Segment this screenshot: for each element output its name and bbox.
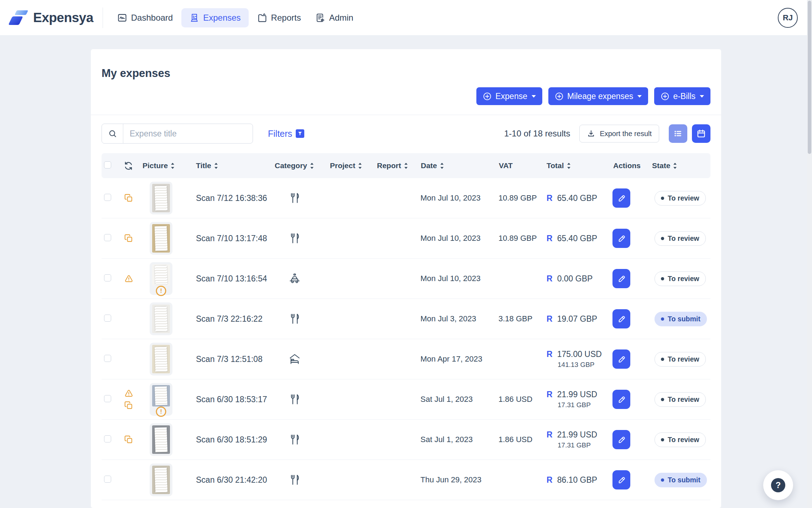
- list-view-toggle[interactable]: [669, 124, 687, 143]
- state-label: To submit: [668, 476, 700, 484]
- row-checkbox[interactable]: [104, 315, 111, 322]
- total-primary: 175.00 USD: [557, 349, 602, 359]
- state-badge: To review: [655, 231, 706, 246]
- calendar-view-toggle[interactable]: [692, 124, 710, 143]
- column-header-total[interactable]: Total: [547, 161, 571, 170]
- nav-item-reports[interactable]: Reports: [252, 8, 307, 27]
- receipt-photo: [152, 224, 170, 253]
- expense-total: R 65.40 GBP: [547, 234, 612, 243]
- edit-button[interactable]: [612, 470, 630, 489]
- receipt-thumbnail[interactable]: !: [150, 262, 172, 295]
- list-icon: [673, 129, 683, 139]
- nav-item-dashboard[interactable]: Dashboard: [112, 8, 179, 27]
- caret-down-icon: [637, 95, 642, 98]
- receipt-thumbnail[interactable]: !: [150, 383, 172, 416]
- state-badge: To review: [655, 432, 706, 447]
- column-header-project[interactable]: Project: [330, 161, 362, 170]
- column-header-report[interactable]: Report: [377, 161, 408, 170]
- add-expense-button[interactable]: Expense: [476, 87, 542, 105]
- receipt-thumbnail[interactable]: [150, 182, 172, 214]
- total-primary: 65.40 GBP: [557, 193, 598, 203]
- expense-date: Sat Jul 1, 2023: [420, 395, 498, 404]
- export-result-button[interactable]: Export the result: [579, 125, 659, 142]
- export-label: Export the result: [600, 130, 652, 138]
- receipt-paper: [155, 306, 167, 331]
- plus-circle-icon: [483, 92, 492, 101]
- column-header-category[interactable]: Category: [275, 161, 314, 170]
- expense-vat: 1.86 USD: [498, 395, 547, 404]
- receipt-thumbnail[interactable]: [150, 423, 172, 456]
- state-badge: To review: [655, 191, 706, 206]
- receipt-thumbnail[interactable]: [150, 343, 172, 375]
- expense-title: Scan 6/30 18:51:29: [184, 435, 271, 445]
- table-row[interactable]: Scan 7/12 16:38:36 Mon Jul 10, 2023 10.8…: [102, 178, 710, 218]
- results-count: 1-10 of 18 results: [504, 129, 570, 139]
- taxi-category-icon: [289, 273, 301, 285]
- edit-button[interactable]: [612, 309, 630, 328]
- column-header-title[interactable]: Title: [196, 161, 218, 170]
- select-all-checkbox[interactable]: [104, 161, 111, 169]
- total-secondary: 141.13 GBP: [558, 361, 612, 369]
- row-checkbox[interactable]: [104, 274, 111, 281]
- expense-total: R 86.10 GBP: [547, 475, 612, 485]
- status-dot: [661, 398, 664, 401]
- table-toolbar: Filters 1-10 of 18 results Export the re…: [102, 124, 710, 144]
- row-checkbox[interactable]: [104, 435, 111, 442]
- row-checkbox[interactable]: [104, 355, 111, 362]
- edit-button[interactable]: [612, 430, 630, 449]
- receipt-photo: [152, 466, 170, 494]
- row-checkbox[interactable]: [104, 476, 111, 483]
- edit-button[interactable]: [612, 349, 630, 369]
- pencil-icon: [617, 274, 626, 284]
- filters-link[interactable]: Filters: [268, 129, 304, 139]
- restaurant-category-icon: [289, 313, 301, 325]
- receipt-thumbnail[interactable]: [150, 463, 172, 496]
- search-input[interactable]: [123, 124, 253, 143]
- nav-item-admin[interactable]: Admin: [310, 8, 359, 27]
- help-button[interactable]: ?: [763, 470, 793, 500]
- column-header-state[interactable]: State: [652, 161, 677, 170]
- expense-date: Mon Jul 3, 2023: [420, 314, 498, 323]
- table-row[interactable]: ! Scan 7/10 13:16:54 Mon Jul 10, 2023 R …: [102, 259, 710, 299]
- plus-circle-icon: [661, 92, 669, 101]
- user-avatar[interactable]: RJ: [778, 8, 798, 28]
- table-row[interactable]: ! Scan 6/30 18:53:17 Sat Jul 1, 2023 1.8…: [102, 379, 710, 420]
- edit-button[interactable]: [612, 188, 630, 208]
- receipt-paper: [155, 226, 167, 251]
- edit-button[interactable]: [612, 229, 630, 248]
- row-checkbox[interactable]: [104, 234, 111, 241]
- status-dot: [661, 438, 664, 441]
- add-ebills-button[interactable]: e-Bills: [654, 87, 710, 105]
- status-dot: [661, 197, 664, 200]
- add-mileage-expenses-button[interactable]: Mileage expenses: [548, 87, 648, 105]
- expense-date: Mon Jul 10, 2023: [420, 234, 498, 243]
- edit-button[interactable]: [612, 269, 630, 288]
- edit-button[interactable]: [612, 390, 630, 409]
- state-badge: To review: [655, 392, 706, 407]
- expense-date: Thu Jun 29, 2023: [420, 475, 498, 484]
- row-checkbox[interactable]: [104, 395, 111, 402]
- search-icon[interactable]: [102, 124, 123, 143]
- receipt-thumbnail[interactable]: [150, 302, 172, 335]
- refresh-icon[interactable]: [124, 161, 133, 171]
- table-row[interactable]: Scan 7/3 22:16:22 Mon Jul 3, 2023 3.18 G…: [102, 299, 710, 339]
- row-checkbox[interactable]: [104, 194, 111, 201]
- column-header-date[interactable]: Date: [421, 161, 444, 170]
- table-row[interactable]: Scan 7/10 13:17:48 Mon Jul 10, 2023 10.8…: [102, 218, 710, 259]
- restaurant-category-icon: [289, 474, 301, 486]
- brand-logo[interactable]: Expensya: [9, 9, 93, 26]
- table-row[interactable]: Scan 7/3 12:51:08 Mon Apr 17, 2023 R 175…: [102, 339, 710, 379]
- hotel-category-icon: [289, 353, 301, 365]
- pencil-icon: [617, 395, 626, 404]
- column-header-picture[interactable]: Picture: [143, 161, 175, 170]
- expenses-table: Picture Title Category Project Report Da…: [102, 153, 710, 500]
- nav-item-expenses[interactable]: $ Expenses: [181, 8, 248, 27]
- receipt-indicator: R: [547, 430, 553, 440]
- table-row[interactable]: Scan 6/30 21:42:20 Thu Jun 29, 2023 R 86…: [102, 460, 710, 500]
- receipt-thumbnail[interactable]: [150, 222, 172, 255]
- column-header-actions: Actions: [613, 161, 641, 170]
- table-row[interactable]: Scan 6/30 18:51:29 Sat Jul 1, 2023 1.86 …: [102, 420, 710, 460]
- scrollbar-thumb[interactable]: [808, 1, 811, 154]
- state-label: To review: [668, 355, 699, 363]
- duplicate-icon: [124, 435, 134, 445]
